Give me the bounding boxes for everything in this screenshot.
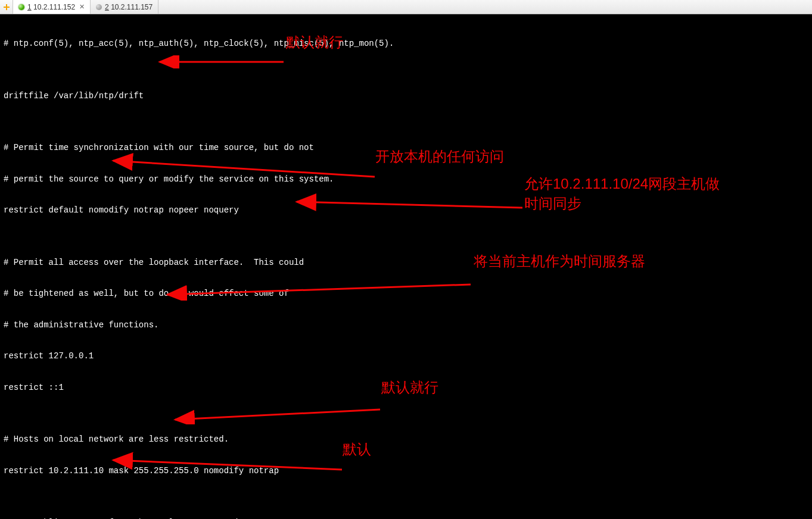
- term-line: restrict default nomodify notrap nopeer …: [4, 205, 812, 216]
- status-led-icon: [18, 4, 24, 10]
- plus-icon: [3, 4, 10, 11]
- tab-label: 10.2.111.152: [33, 3, 75, 11]
- svg-line-6: [175, 409, 380, 420]
- tab-number: 1: [27, 3, 32, 11]
- annotation-arrow: [110, 128, 378, 203]
- term-line: # Hosts on local network are less restri…: [4, 434, 812, 445]
- new-tab-button[interactable]: [0, 0, 13, 14]
- close-icon[interactable]: ✕: [79, 3, 85, 11]
- term-line: restrict 127.0.0.1: [4, 351, 812, 362]
- tab-1[interactable]: 1 10.2.111.152 ✕: [13, 0, 91, 14]
- svg-rect-1: [4, 7, 10, 8]
- tab-2[interactable]: 2 10.2.111.157: [91, 0, 158, 14]
- term-line: # the administrative functions.: [4, 320, 812, 331]
- term-line: # be tightened as well, but to do so wou…: [4, 289, 812, 299]
- term-line: # permit the source to query or modify t…: [4, 174, 812, 185]
- terminal[interactable]: # ntp.conf(5), ntp_acc(5), ntp_auth(5), …: [0, 14, 812, 519]
- status-led-icon: [96, 4, 102, 10]
- tab-strip: 1 10.2.111.152 ✕ 2 10.2.111.157: [0, 0, 812, 14]
- term-line: restrict ::1: [4, 383, 812, 393]
- term-line: restrict 10.2.111.10 mask 255.255.255.0 …: [4, 466, 812, 477]
- tab-label: 10.2.111.157: [111, 3, 153, 11]
- term-line: # Permit all access over the loopback in…: [4, 258, 812, 268]
- term-line: # Permit time synchronization with our t…: [4, 143, 812, 154]
- term-line: # ntp.conf(5), ntp_acc(5), ntp_auth(5), …: [4, 39, 812, 49]
- term-line: driftfile /var/lib/ntp/drift: [4, 91, 812, 102]
- tab-number: 2: [105, 3, 109, 11]
